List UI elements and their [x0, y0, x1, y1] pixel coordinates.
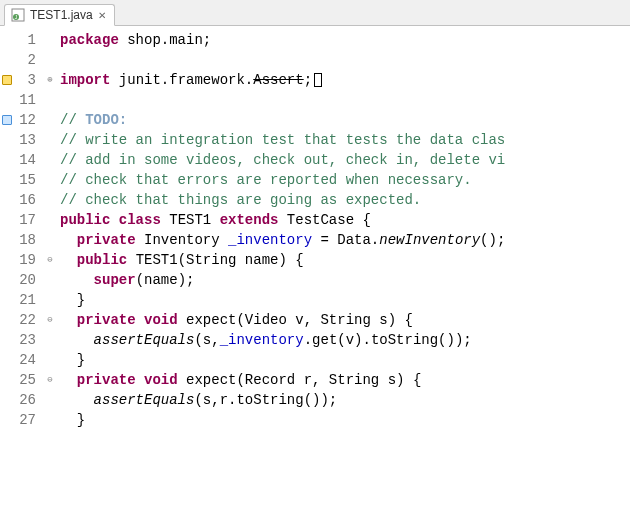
quick-marker[interactable] [0, 110, 14, 130]
fold-empty [44, 390, 56, 410]
token-plain: } [60, 412, 85, 428]
token-method-static: assertEquals [94, 332, 195, 348]
code-line[interactable]: private Inventory _inventory = Data.newI… [60, 230, 630, 250]
token-method-static: assertEquals [94, 392, 195, 408]
marker-empty [0, 150, 14, 170]
marker-empty [0, 210, 14, 230]
token-kw: private void [77, 312, 178, 328]
line-number: 27 [14, 410, 36, 430]
token-plain: (s,r.toString()); [194, 392, 337, 408]
code-line[interactable]: } [60, 410, 630, 430]
token-plain: (s, [194, 332, 219, 348]
code-line[interactable]: assertEquals(s,r.toString()); [60, 390, 630, 410]
fold-toggle-icon[interactable]: ⊖ [44, 370, 56, 390]
line-number: 17 [14, 210, 36, 230]
marker-empty [0, 190, 14, 210]
token-plain: (); [480, 232, 505, 248]
marker-empty [0, 90, 14, 110]
fold-toggle-icon[interactable]: ⊖ [44, 310, 56, 330]
code-line[interactable]: // check that errors are reported when n… [60, 170, 630, 190]
fold-empty [44, 50, 56, 70]
cursor-icon [314, 73, 322, 87]
code-line[interactable] [60, 90, 630, 110]
fold-empty [44, 90, 56, 110]
token-comment: // [60, 112, 85, 128]
marker-empty [0, 230, 14, 250]
token-comment: // add in some videos, check out, check … [60, 152, 505, 168]
fold-empty [44, 330, 56, 350]
line-number: 2 [14, 50, 36, 70]
token-plain [60, 252, 77, 268]
warning-icon [2, 75, 12, 85]
token-kw: public [77, 252, 127, 268]
token-plain: expect(Record r, String s) { [178, 372, 422, 388]
marker-empty [0, 390, 14, 410]
code-line[interactable]: } [60, 350, 630, 370]
editor-tab[interactable]: J TEST1.java ✕ [4, 4, 115, 26]
warn-marker[interactable] [0, 70, 14, 90]
token-plain: junit.framework. [110, 72, 253, 88]
token-plain: .get(v).toString()); [304, 332, 472, 348]
fold-empty [44, 210, 56, 230]
code-line[interactable]: public TEST1(String name) { [60, 250, 630, 270]
token-plain: ; [304, 72, 312, 88]
editor-area[interactable]: 1231112131415161718192021222324252627 ⊕⊖… [0, 26, 630, 525]
line-number: 15 [14, 170, 36, 190]
code-line[interactable]: assertEquals(s,_inventory.get(v).toStrin… [60, 330, 630, 350]
token-plain: TestCase { [278, 212, 370, 228]
quickfix-icon [2, 115, 12, 125]
fold-toggle-icon[interactable]: ⊖ [44, 250, 56, 270]
marker-empty [0, 50, 14, 70]
fold-empty [44, 150, 56, 170]
tab-filename: TEST1.java [30, 8, 93, 22]
close-icon[interactable]: ✕ [98, 10, 106, 21]
line-number: 26 [14, 390, 36, 410]
line-number: 22 [14, 310, 36, 330]
marker-empty [0, 330, 14, 350]
gutter-markers [0, 26, 14, 525]
marker-empty [0, 410, 14, 430]
line-number: 14 [14, 150, 36, 170]
fold-empty [44, 410, 56, 430]
fold-column: ⊕⊖⊖⊖ [44, 26, 56, 525]
code-content[interactable]: package shop.main; import junit.framewor… [56, 26, 630, 525]
line-number: 20 [14, 270, 36, 290]
code-line[interactable]: private void expect(Video v, String s) { [60, 310, 630, 330]
token-task: TODO: [85, 112, 127, 128]
code-line[interactable]: // write an integration test that tests … [60, 130, 630, 150]
line-number: 1 [14, 30, 36, 50]
marker-empty [0, 310, 14, 330]
token-plain [60, 312, 77, 328]
line-number: 11 [14, 90, 36, 110]
code-line[interactable]: } [60, 290, 630, 310]
token-plain: shop.main; [119, 32, 211, 48]
token-plain: } [60, 352, 85, 368]
fold-empty [44, 290, 56, 310]
code-line[interactable]: package shop.main; [60, 30, 630, 50]
fold-empty [44, 230, 56, 250]
code-line[interactable]: import junit.framework.Assert; [60, 70, 630, 90]
token-plain: } [60, 292, 85, 308]
code-line[interactable] [60, 50, 630, 70]
token-plain: = Data. [312, 232, 379, 248]
marker-empty [0, 350, 14, 370]
line-number: 19 [14, 250, 36, 270]
fold-empty [44, 130, 56, 150]
marker-empty [0, 270, 14, 290]
code-line[interactable]: // check that things are going as expect… [60, 190, 630, 210]
token-kw: extends [220, 212, 279, 228]
marker-empty [0, 170, 14, 190]
token-field: _inventory [220, 332, 304, 348]
code-line[interactable]: super(name); [60, 270, 630, 290]
token-kw: import [60, 72, 110, 88]
marker-empty [0, 290, 14, 310]
fold-toggle-icon[interactable]: ⊕ [44, 70, 56, 90]
token-kw: super [94, 272, 136, 288]
token-plain: expect(Video v, String s) { [178, 312, 413, 328]
token-field: _inventory [228, 232, 312, 248]
code-line[interactable]: // TODO: [60, 110, 630, 130]
code-line[interactable]: public class TEST1 extends TestCase { [60, 210, 630, 230]
code-line[interactable]: private void expect(Record r, String s) … [60, 370, 630, 390]
line-number: 13 [14, 130, 36, 150]
code-line[interactable]: // add in some videos, check out, check … [60, 150, 630, 170]
